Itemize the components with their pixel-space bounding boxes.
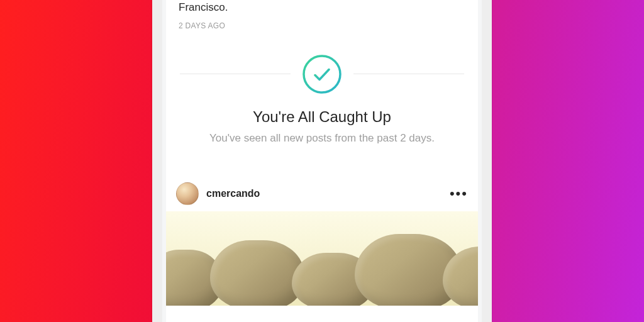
post-timestamp: 2 DAYS AGO bbox=[166, 15, 478, 30]
post-caption-text: Literally can't think of a better Saturd… bbox=[179, 0, 430, 13]
check-circle-icon bbox=[302, 54, 342, 94]
svg-point-0 bbox=[304, 56, 340, 92]
phone-frame: 192 likes jlau29 Literally can't think o… bbox=[152, 0, 492, 322]
next-post-image[interactable] bbox=[166, 211, 478, 306]
divider bbox=[353, 74, 464, 74]
caught-up-section: You're All Caught Up You've seen all new… bbox=[166, 54, 478, 145]
caught-up-badge bbox=[302, 54, 342, 94]
next-post: cmercando ••• bbox=[166, 177, 478, 306]
more-icon: ••• bbox=[450, 186, 468, 201]
next-post-username[interactable]: cmercando bbox=[206, 188, 260, 199]
divider bbox=[180, 74, 291, 74]
post-caption: jlau29 Literally can't think of a better… bbox=[166, 0, 478, 15]
phone-screen: 192 likes jlau29 Literally can't think o… bbox=[166, 0, 478, 322]
caught-up-title: You're All Caught Up bbox=[166, 108, 478, 126]
avatar[interactable] bbox=[176, 182, 199, 205]
gradient-background: 192 likes jlau29 Literally can't think o… bbox=[0, 0, 644, 322]
caught-up-subtitle: You've seen all new posts from the past … bbox=[166, 132, 478, 145]
